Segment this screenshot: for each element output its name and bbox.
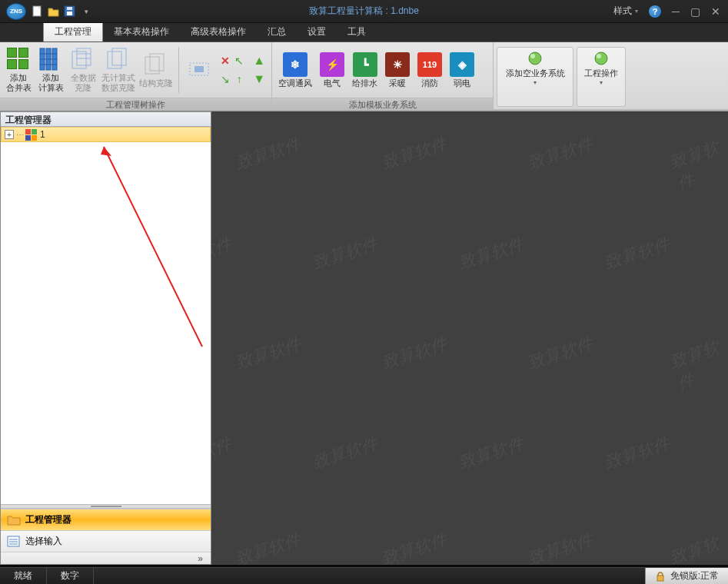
faucet-icon: ┗ [353, 52, 377, 77]
status-ready: 就绪 [0, 568, 47, 584]
status-num: 数字 [47, 568, 94, 584]
list-icon [7, 536, 21, 548]
svg-rect-2 [67, 12, 72, 15]
arrow-up-icon[interactable]: ↑ [233, 71, 245, 88]
svg-rect-30 [657, 576, 663, 581]
template-hvac-button[interactable]: ❄ 空调通风 [275, 51, 315, 90]
svg-rect-19 [194, 66, 204, 72]
svg-rect-16 [145, 57, 159, 74]
window-title: 致算工程量计算稿 : 1.dnbe [309, 5, 419, 18]
project-ops-button[interactable]: 工程操作 ▾ [577, 47, 626, 107]
lock-icon [655, 571, 666, 582]
template-fire-button[interactable]: 119 消防 [414, 51, 445, 90]
svg-point-22 [595, 52, 607, 65]
grid-stripes-icon [38, 47, 63, 71]
main-canvas: 致算软件 致算软件 致算软件 致算软件 致算软件 致算软件 致算软件 致算软件 … [211, 111, 728, 565]
clone-all-button: 全数据 克隆 [68, 45, 98, 95]
add-empty-system-button[interactable]: 添加空业务系统 ▾ [497, 47, 573, 107]
app-logo[interactable]: ZNS [6, 3, 26, 20]
shrink-button [184, 55, 214, 85]
tab-settings[interactable]: 设置 [297, 22, 337, 41]
tab-tools[interactable]: 工具 [337, 22, 377, 41]
delete-x-icon[interactable]: ✕ [219, 52, 231, 69]
template-heating-button[interactable]: ☀ 采暖 [382, 51, 413, 90]
svg-line-24 [104, 147, 202, 347]
svg-point-21 [530, 54, 535, 58]
sidebar-title: 工程管理器 [1, 112, 211, 127]
tree-node-icon [25, 129, 37, 141]
add-merge-table-button[interactable]: 添加 合并表 [3, 45, 34, 95]
tab-advanced-grid[interactable]: 高级表格操作 [180, 22, 257, 41]
alarm-icon: 119 [417, 52, 442, 77]
qat-open-icon[interactable] [47, 5, 61, 18]
arrow-up-green-icon[interactable]: ▲ [253, 54, 265, 68]
snowflake-icon: ❄ [283, 52, 307, 77]
svg-rect-14 [108, 51, 121, 68]
chevron-down-icon: ▾ [534, 79, 537, 86]
annotation-arrow [95, 139, 210, 354]
template-plumbing-button[interactable]: ┗ 给排水 [349, 51, 381, 90]
svg-rect-17 [150, 54, 164, 71]
svg-rect-3 [67, 7, 72, 10]
add-calc-table-button[interactable]: 添加 计算表 [35, 45, 66, 95]
move-arrows-set1: ✕ ↖ ↘ ↑ [216, 49, 248, 91]
bolt-icon: ⚡ [320, 52, 344, 77]
chevron-down-icon: ▾ [600, 79, 603, 86]
arrow-down-green-icon[interactable]: ▼ [253, 72, 265, 86]
clone-struct-button: 结构克隆 [138, 51, 174, 90]
svg-rect-11 [77, 48, 91, 65]
ribbon-group-tree-ops-title: 工程管理树操作 [0, 98, 271, 111]
clone-noexpr-button: 无计算式 数据克隆 [100, 45, 136, 95]
sun-icon: ☀ [385, 52, 410, 77]
sidebar-nav-select-input[interactable]: 选择输入 [1, 530, 211, 552]
template-lowvolt-button[interactable]: ◈ 弱电 [447, 51, 477, 90]
arrow-up-left-icon[interactable]: ↖ [233, 52, 245, 69]
close-button[interactable]: ✕ [711, 5, 720, 18]
status-license: 免锁版:正常 [645, 568, 728, 584]
tab-project-manage[interactable]: 工程管理 [43, 21, 103, 41]
tree-expand-icon[interactable]: + [5, 130, 14, 139]
project-tree[interactable]: + ⋯ 1 [1, 127, 211, 504]
grid-4-icon [6, 47, 31, 71]
shrink-icon [187, 57, 211, 81]
clone-struct-icon [144, 52, 168, 77]
template-electric-button[interactable]: ⚡ 电气 [317, 51, 347, 90]
minimize-button[interactable]: ─ [672, 5, 680, 18]
sidebar-nav-project-manager[interactable]: 工程管理器 [1, 509, 211, 530]
svg-point-23 [597, 54, 601, 58]
signal-icon: ◈ [450, 52, 474, 77]
arrow-down-right-icon[interactable]: ↘ [219, 71, 231, 88]
ribbon-group-templates-title: 添加模板业务系统 [272, 98, 493, 111]
maximize-button[interactable]: ▢ [690, 5, 700, 18]
svg-point-20 [529, 52, 541, 65]
svg-marker-25 [101, 147, 111, 156]
sidebar-expand-button[interactable]: » [1, 552, 211, 564]
tab-summary[interactable]: 汇总 [257, 22, 297, 41]
clone-noexpr-icon [106, 47, 131, 71]
qat-save-icon[interactable] [63, 5, 77, 18]
green-orb-icon [593, 51, 609, 66]
qat-new-icon[interactable] [31, 5, 45, 18]
tree-item-label: 1 [40, 129, 45, 140]
green-orb-icon [527, 51, 543, 66]
tab-basic-grid[interactable]: 基本表格操作 [103, 22, 180, 41]
svg-rect-15 [112, 48, 126, 65]
clone-all-icon [71, 47, 95, 71]
style-dropdown[interactable]: 样式▾ [613, 5, 638, 18]
folder-icon [7, 514, 21, 526]
help-icon[interactable]: ? [649, 5, 661, 18]
qat-dropdown-icon[interactable]: ▾ [79, 5, 93, 18]
